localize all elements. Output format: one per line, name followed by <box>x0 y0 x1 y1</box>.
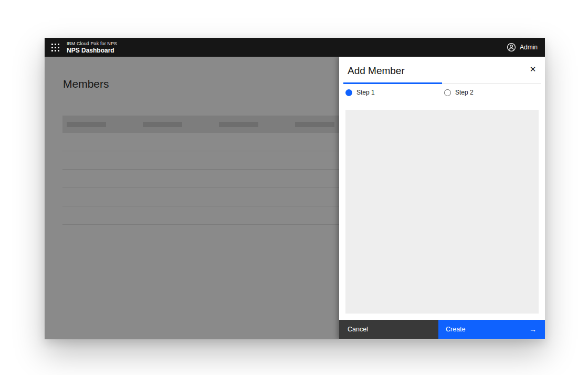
add-member-panel: Add Member ✕ Step 1 Step 2 <box>339 57 545 339</box>
user-avatar-icon <box>507 43 516 52</box>
app-window: IBM Cloud Pak for NPS NPS Dashboard Admi… <box>45 38 545 339</box>
progress-indicator: Step 1 Step 2 <box>343 82 541 100</box>
step-1-progress-line <box>343 82 442 84</box>
app-name: NPS Dashboard <box>67 47 117 54</box>
arrow-right-icon: → <box>529 325 537 334</box>
content-area: Members Add Member ✕ Step 1 <box>45 57 545 339</box>
app-switcher-button[interactable] <box>45 38 66 57</box>
panel-header: Add Member ✕ <box>339 57 545 82</box>
create-label: Create <box>446 326 466 333</box>
step-2-label: Step 2 <box>455 89 474 96</box>
brand: IBM Cloud Pak for NPS NPS Dashboard <box>67 41 117 54</box>
cancel-button[interactable]: Cancel <box>339 320 438 339</box>
step-1-label: Step 1 <box>356 89 375 96</box>
create-button[interactable]: Create → <box>438 320 545 339</box>
progress-step-1[interactable]: Step 1 <box>343 82 442 100</box>
user-menu[interactable]: Admin <box>507 38 538 57</box>
user-name-label: Admin <box>520 44 538 51</box>
step-2-progress-line <box>442 83 541 84</box>
cancel-label: Cancel <box>348 326 368 333</box>
step-1-current-icon <box>345 89 352 96</box>
panel-action-buttons: Cancel Create → <box>339 320 545 339</box>
close-button[interactable]: ✕ <box>524 60 542 78</box>
switcher-grid-icon <box>51 44 59 51</box>
top-header-bar: IBM Cloud Pak for NPS NPS Dashboard Admi… <box>45 38 545 57</box>
panel-form-skeleton <box>345 110 539 314</box>
product-name: IBM Cloud Pak for NPS <box>67 41 117 47</box>
close-icon: ✕ <box>530 65 537 73</box>
panel-title: Add Member <box>348 65 405 77</box>
step-2-incomplete-icon <box>444 89 451 96</box>
progress-step-2[interactable]: Step 2 <box>442 82 541 100</box>
